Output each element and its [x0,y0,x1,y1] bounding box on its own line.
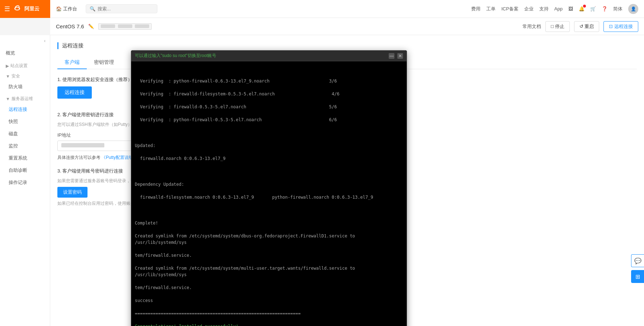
terminal-line: tem/firewalld.service. [135,284,403,291]
terminal-body[interactable]: Verifying : python-firewall-0.6.3-13.el7… [131,61,407,326]
sidebar-item-site-settings[interactable]: ▶ 站点设置 [0,60,50,70]
terminal-close-btn[interactable]: ✕ [397,53,403,59]
sidebar-item-security[interactable]: ▼ 安全 [0,70,50,81]
reboot-icon: ↺ [579,24,583,29]
nav-right: 费用 工单 ICP备案 企业 支持 App 🖼 🔔 🛒 ❓ 简体 👤 [471,4,644,14]
instance-tags [98,23,152,30]
workbench-link[interactable]: 🏠 工作台 [50,6,83,12]
nav-image-icon[interactable]: 🖼 [568,6,573,11]
terminal-line: tem/firewalld.service. [135,252,403,259]
sidebar-child-snapshot[interactable]: 快照 [0,115,50,128]
reboot-button[interactable]: ↺ 重启 [574,21,600,32]
grid-float-button[interactable]: ⊞ [631,270,644,283]
terminal-line: Created symlink from /etc/systemd/system… [135,265,403,278]
sidebar-child-disk[interactable]: 磁盘 [0,128,50,140]
terminal-line: Verifying : firewalld-filesystem-0.5.3-5… [135,91,403,97]
bell-dot [583,5,586,8]
tab-key[interactable]: 密钥管理 [87,56,121,69]
overview-label: 概览 [6,50,15,56]
sidebar-child-firewall[interactable]: 防火墙 [0,81,50,93]
terminal-window[interactable]: 可以通过输入"sudo su root"切换至root账号 — ✕ Verify… [131,50,407,326]
terminal-controls: — ✕ [389,53,403,59]
terminal-line: Dependency Updated: [135,181,403,188]
nav-fee[interactable]: 费用 [471,6,480,12]
nav-bell[interactable]: 🔔 [579,6,584,11]
instance-name: CentOS 7.6 [56,23,84,29]
terminal-line: Created symlink from /etc/systemd/system… [135,233,403,246]
chat-icon: 💬 [634,258,641,264]
logo-text: 阿里云 [24,6,39,12]
nav-ticket[interactable]: 工单 [486,6,496,12]
nav-app[interactable]: App [554,6,563,11]
nav-enterprise[interactable]: 企业 [524,6,534,12]
top-nav: ☰ 阿里云 🏠 工作台 🔍 费用 工单 ICP备案 企业 支持 App 🖼 🔔 … [0,0,644,18]
terminal-line: Updated: [135,142,403,149]
nav-icp[interactable]: ICP备案 [501,6,518,12]
terminal-line: firewalld.noarch 0:0.6.3-13.el7_9 [135,155,403,162]
stop-icon: □ [551,24,554,29]
sidebar-child-oplog[interactable]: 操作记录 [0,176,50,189]
terminal-line: Verifying : python-firewall-0.5.3-5.el7.… [135,117,403,123]
sidebar-item-server-ops[interactable]: ▼ 服务器运维 [0,93,50,103]
search-box[interactable]: 🔍 [86,4,157,13]
terminal-line: Verifying : python-firewall-0.6.3-13.el7… [135,78,403,84]
home-icon: 🏠 [56,6,62,11]
chevron-right-icon: ▶ [6,63,9,68]
terminal-titlebar: 可以通过输入"sudo su root"切换至root账号 — ✕ [131,51,407,61]
nav-help[interactable]: ❓ [602,6,607,11]
nav-cart[interactable]: 🛒 [590,6,596,11]
tab-client[interactable]: 客户端 [57,56,87,69]
terminal-line: Verifying : firewalld-0.5.3-5.el7.noarch… [135,104,403,110]
terminal-line [135,129,403,136]
nav-support[interactable]: 支持 [539,6,549,12]
sidebar-item-overview[interactable]: 概览 [0,46,50,60]
sidebar-child-remote[interactable]: 远程连接 [0,103,50,115]
terminal-line [135,207,403,213]
sidebar-child-reset[interactable]: 重置系统 [0,152,50,164]
stop-button[interactable]: □ 停止 [545,21,569,32]
terminal-line: Complete! [135,220,403,226]
float-buttons: 💬 ⊞ [631,254,644,283]
set-password-btn[interactable]: 设置密码 [57,187,87,198]
instance-bar: CentOS 7.6 ✏️ 常用文档 □ 停止 ↺ 重启 ⊡ 远程连接 [50,18,644,35]
sidebar: ‹ 概览 ▶ 站点设置 ▼ 安全 防火墙 ▼ 服务器运维 远程连接 快照 磁盘 … [0,35,50,326]
remote-connect-btn[interactable]: 远程连接 [57,86,92,99]
hamburger-icon[interactable]: ☰ [4,5,10,13]
terminal-line [135,168,403,175]
edit-icon[interactable]: ✏️ [88,24,94,29]
sidebar-collapse-button[interactable]: ‹ [0,35,50,46]
terminal-line: firewalld-filesystem.noarch 0:0.6.3-13.e… [135,194,403,200]
terminal-line: ========================================… [135,310,403,317]
remote-icon: ⊡ [609,24,613,29]
search-icon: 🔍 [90,6,95,11]
sidebar-child-diagnose[interactable]: 自助诊断 [0,164,50,176]
chevron-down-icon: ▼ [6,74,10,79]
avatar[interactable]: 👤 [628,4,638,14]
instance-bar-actions: 常用文档 □ 停止 ↺ 重启 ⊡ 远程连接 [522,21,638,32]
logo-area: ☰ 阿里云 [0,0,50,18]
grid-icon: ⊞ [635,273,640,280]
terminal-line: success [135,297,403,304]
terminal-title: 可以通过输入"sudo su root"切换至root账号 [135,53,216,59]
terminal-minimize-btn[interactable]: — [389,53,394,59]
section-title: 远程连接 [57,42,637,49]
logo-icon [13,4,22,14]
search-input[interactable] [98,6,153,11]
remote-connect-button[interactable]: ⊡ 远程连接 [603,21,638,32]
terminal-line-success: Congratulations! Installed successfully! [135,323,403,326]
chevron-down-icon-2: ▼ [6,96,10,101]
sidebar-child-monitor[interactable]: 监控 [0,140,50,152]
chat-float-button[interactable]: 💬 [631,254,644,267]
common-docs-link[interactable]: 常用文档 [522,23,541,30]
nav-lang[interactable]: 简体 [613,6,622,12]
